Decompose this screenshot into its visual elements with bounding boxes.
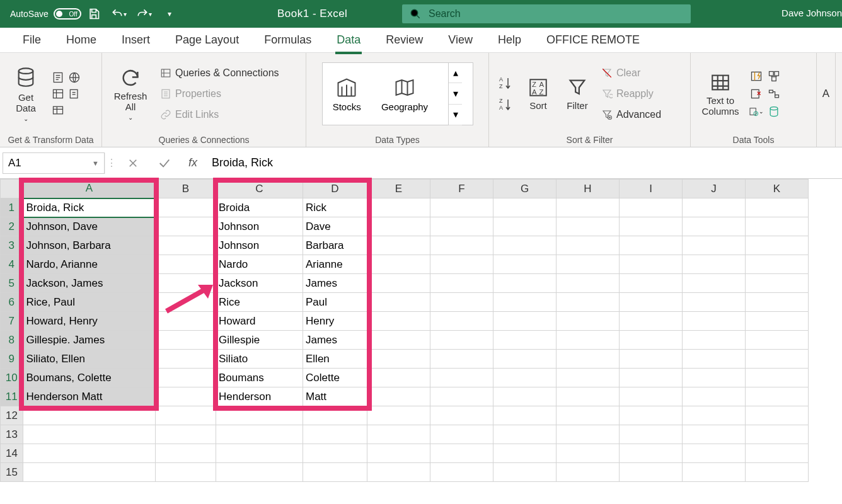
cell[interactable] (430, 217, 493, 236)
cell[interactable] (746, 255, 809, 274)
column-header[interactable]: F (430, 180, 493, 198)
autosave-toggle[interactable]: Off (54, 8, 81, 20)
cell[interactable]: Boumans (216, 369, 303, 387)
row-header[interactable]: 11 (1, 387, 23, 406)
stocks-button[interactable]: Stocks (333, 76, 361, 112)
row-header[interactable]: 4 (1, 255, 23, 274)
cell[interactable] (367, 369, 430, 387)
cell[interactable] (430, 274, 493, 293)
row-header[interactable]: 9 (1, 350, 23, 369)
cell[interactable] (493, 406, 557, 425)
row-header[interactable]: 12 (1, 406, 23, 425)
cell[interactable] (367, 312, 430, 331)
cell[interactable] (557, 198, 620, 217)
geography-button[interactable]: Geography (381, 76, 428, 112)
cell[interactable] (557, 274, 620, 293)
cell[interactable] (493, 236, 557, 255)
cell[interactable] (746, 406, 809, 425)
spreadsheet-grid[interactable]: ABCDEFGHIJK1Broida, RickBroidaRick2Johns… (0, 179, 842, 482)
cell[interactable] (620, 369, 683, 387)
cell[interactable] (683, 444, 746, 463)
undo-icon[interactable]: ▾ (109, 4, 129, 24)
cell[interactable] (557, 255, 620, 274)
cell[interactable] (620, 236, 683, 255)
cell[interactable] (620, 274, 683, 293)
cell[interactable] (23, 444, 156, 463)
cell[interactable]: Siliato, Ellen (23, 350, 156, 369)
cell[interactable]: Gillespie. James (23, 331, 156, 350)
search-box[interactable]: Search (402, 4, 691, 23)
cell[interactable] (683, 236, 746, 255)
cell[interactable]: Nardo (216, 255, 303, 274)
cell[interactable] (683, 425, 746, 444)
cell[interactable] (156, 425, 216, 444)
tab-data[interactable]: Data (324, 28, 373, 52)
from-table-icon[interactable] (50, 86, 66, 101)
name-box[interactable]: A1 ▼ (3, 152, 105, 174)
cell[interactable] (493, 387, 557, 406)
cell[interactable] (493, 217, 557, 236)
row-header[interactable]: 10 (1, 369, 23, 387)
cell[interactable] (156, 293, 216, 312)
cell[interactable] (156, 369, 216, 387)
cell[interactable] (620, 463, 683, 482)
formula-input[interactable]: Broida, Rick (205, 156, 842, 169)
cell[interactable]: James (303, 331, 367, 350)
column-header[interactable]: A (23, 180, 156, 198)
cell[interactable] (493, 293, 557, 312)
cell[interactable]: Nardo, Arianne (23, 255, 156, 274)
row-header[interactable]: 6 (1, 293, 23, 312)
cell[interactable] (493, 350, 557, 369)
cell[interactable] (303, 463, 367, 482)
cell[interactable]: Dave (303, 217, 367, 236)
cell[interactable] (746, 274, 809, 293)
cell[interactable] (557, 236, 620, 255)
sort-za-icon[interactable]: ZA (497, 96, 514, 113)
cell[interactable] (156, 463, 216, 482)
cell[interactable] (746, 312, 809, 331)
text-to-columns-button[interactable]: Text to Columns (696, 62, 745, 126)
relationships-icon[interactable] (766, 86, 781, 101)
cell[interactable] (620, 255, 683, 274)
cell[interactable] (493, 425, 557, 444)
row-header[interactable]: 14 (1, 444, 23, 463)
cell[interactable] (746, 425, 809, 444)
cell[interactable] (156, 331, 216, 350)
cell[interactable]: Siliato (216, 350, 303, 369)
cell[interactable]: Rice (216, 293, 303, 312)
cell[interactable] (430, 331, 493, 350)
save-icon[interactable] (84, 4, 104, 24)
cell[interactable]: Henry (303, 312, 367, 331)
cell[interactable] (216, 463, 303, 482)
cell[interactable] (620, 425, 683, 444)
cell[interactable] (683, 463, 746, 482)
cell[interactable]: Jackson, James (23, 274, 156, 293)
cell[interactable]: James (303, 274, 367, 293)
row-header[interactable]: 7 (1, 312, 23, 331)
customize-qat-icon[interactable]: ▾ (159, 4, 180, 24)
cell[interactable] (683, 255, 746, 274)
cell[interactable] (746, 217, 809, 236)
gallery-up-icon[interactable]: ▴ (449, 62, 462, 83)
cell[interactable] (683, 312, 746, 331)
sort-button[interactable]: ZAAZ Sort (521, 62, 556, 126)
cell[interactable]: Broida (216, 198, 303, 217)
cell[interactable] (620, 350, 683, 369)
cell[interactable] (430, 312, 493, 331)
cell[interactable] (430, 293, 493, 312)
cell[interactable] (557, 369, 620, 387)
column-header[interactable]: J (683, 180, 746, 198)
cell[interactable] (367, 387, 430, 406)
cell[interactable]: Arianne (303, 255, 367, 274)
row-header[interactable]: 3 (1, 236, 23, 255)
tab-help[interactable]: Help (485, 28, 534, 52)
row-header[interactable]: 1 (1, 198, 23, 217)
cell[interactable]: Johnson (216, 217, 303, 236)
sort-az-icon[interactable]: AZ (497, 74, 514, 92)
cell[interactable]: Henderson (216, 387, 303, 406)
column-header[interactable]: G (493, 180, 557, 198)
tab-formulas[interactable]: Formulas (251, 28, 324, 52)
tab-page-layout[interactable]: Page Layout (163, 28, 251, 52)
cell[interactable] (620, 312, 683, 331)
cell[interactable] (683, 198, 746, 217)
